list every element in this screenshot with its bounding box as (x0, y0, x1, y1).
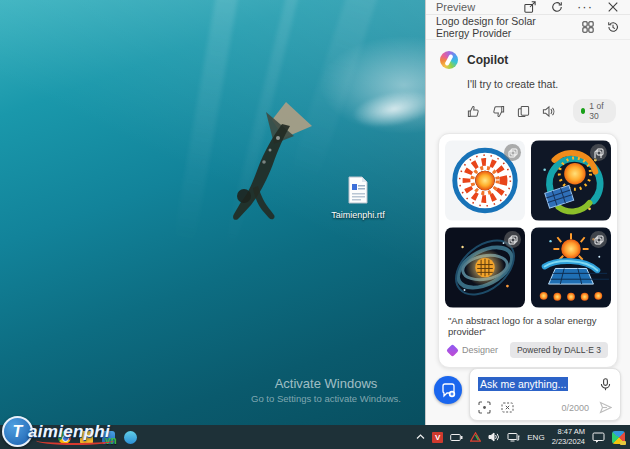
green-dot-icon (581, 108, 585, 114)
generated-image-3[interactable] (445, 227, 525, 308)
send-icon[interactable] (599, 401, 612, 414)
chat-input-text[interactable]: Ask me anything... (478, 377, 568, 391)
tray-chevron-up-icon[interactable] (416, 434, 425, 440)
image-caption: "An abstract logo for a solar energy pro… (445, 308, 611, 342)
language-indicator[interactable]: ENG (527, 433, 544, 442)
add-image-icon[interactable] (501, 401, 514, 414)
taskbar-date: 2/23/2024 (552, 437, 585, 447)
apps-grid-icon[interactable] (581, 20, 595, 34)
graphics-tray-icon[interactable] (470, 432, 481, 442)
feedback-row: 1 of 30 (467, 99, 616, 123)
image-grid (445, 140, 611, 308)
powered-by-badge: Powered by DALL·E 3 (510, 342, 608, 358)
copy-image-icon (594, 235, 604, 245)
char-counter: 0/2000 (561, 403, 589, 413)
copy-image-button[interactable] (590, 231, 607, 248)
image-page-indicator: 1 of 30 (573, 99, 616, 123)
activate-windows-title: Activate Windows (228, 376, 424, 391)
close-icon[interactable] (606, 0, 620, 14)
more-options-icon[interactable]: ··· (577, 2, 593, 12)
designer-attribution[interactable]: Designer (448, 345, 498, 355)
photos-app-icon[interactable] (124, 431, 137, 444)
chat-input-box[interactable]: Ask me anything... (469, 368, 621, 421)
card-footer: Designer Powered by DALL·E 3 (445, 342, 611, 361)
designer-label: Designer (462, 345, 498, 355)
copy-image-icon (508, 148, 518, 158)
panel-header: Preview ··· (426, 0, 630, 14)
battery-tray-icon[interactable] (450, 433, 463, 442)
copilot-panel: Preview ··· Logo design for Solar Energy… (425, 0, 630, 425)
taimienphi-watermark: T aimienphi .vn (2, 416, 117, 447)
panel-title: Preview (436, 1, 510, 13)
new-topic-icon (441, 383, 456, 398)
diver-photo (208, 92, 328, 232)
conversation-title: Logo design for Solar Energy Provider (436, 15, 570, 39)
history-icon[interactable] (606, 20, 620, 34)
generated-images-card: "An abstract logo for a solar energy pro… (438, 133, 618, 368)
notification-center-icon[interactable] (592, 432, 605, 443)
rtf-file-icon (346, 176, 370, 204)
system-tray: V (416, 427, 630, 447)
chat-input-area: Ask me anything... (426, 368, 630, 431)
generated-image-2[interactable] (531, 140, 611, 221)
read-aloud-icon[interactable] (542, 105, 555, 118)
thumbs-down-icon[interactable] (492, 105, 505, 118)
copy-image-button[interactable] (504, 231, 521, 248)
generated-image-1[interactable] (445, 140, 525, 221)
copilot-name: Copilot (467, 53, 508, 67)
designer-icon (446, 344, 459, 357)
copy-image-button[interactable] (590, 144, 607, 161)
screenshot-icon[interactable] (478, 401, 491, 414)
desktop-file-taimienphi[interactable]: Taimienphi.rtf (326, 176, 390, 220)
copilot-preview-tray-icon[interactable] (612, 431, 625, 444)
open-in-new-window-icon[interactable] (523, 0, 537, 14)
copy-image-icon (594, 148, 604, 158)
microphone-icon[interactable] (599, 378, 612, 391)
water-surface-foam (350, 85, 425, 133)
taskbar-clock[interactable]: 8:47 AM 2/23/2024 (552, 427, 585, 447)
new-topic-button[interactable] (434, 376, 462, 404)
copilot-logo-icon (440, 51, 458, 69)
generated-image-4[interactable] (531, 227, 611, 308)
watermark-swoosh (36, 436, 114, 445)
copy-icon[interactable] (517, 105, 530, 118)
vmware-tray-icon[interactable]: V (432, 432, 443, 443)
desktop-file-label: Taimienphi.rtf (326, 210, 390, 220)
refresh-icon[interactable] (550, 0, 564, 14)
thumbs-up-icon[interactable] (467, 105, 480, 118)
desktop: Taimienphi.rtf Activate Windows Go to Se… (0, 0, 425, 425)
copy-image-icon (508, 235, 518, 245)
volume-tray-icon[interactable] (488, 432, 500, 442)
activate-windows-watermark: Activate Windows Go to Settings to activ… (228, 376, 424, 404)
activate-windows-subtitle: Go to Settings to activate Windows. (228, 393, 424, 404)
copilot-message-block: Copilot I'll try to create that. (426, 40, 630, 123)
copilot-message: I'll try to create that. (467, 78, 616, 90)
network-tray-icon[interactable] (507, 432, 520, 442)
taimienphi-brand-text: aimienphi (28, 422, 110, 442)
copy-image-button[interactable] (504, 144, 521, 161)
panel-subheader: Logo design for Solar Energy Provider (426, 14, 630, 40)
screen: Taimienphi.rtf Activate Windows Go to Se… (0, 0, 630, 449)
taskbar-time: 8:47 AM (552, 427, 585, 437)
